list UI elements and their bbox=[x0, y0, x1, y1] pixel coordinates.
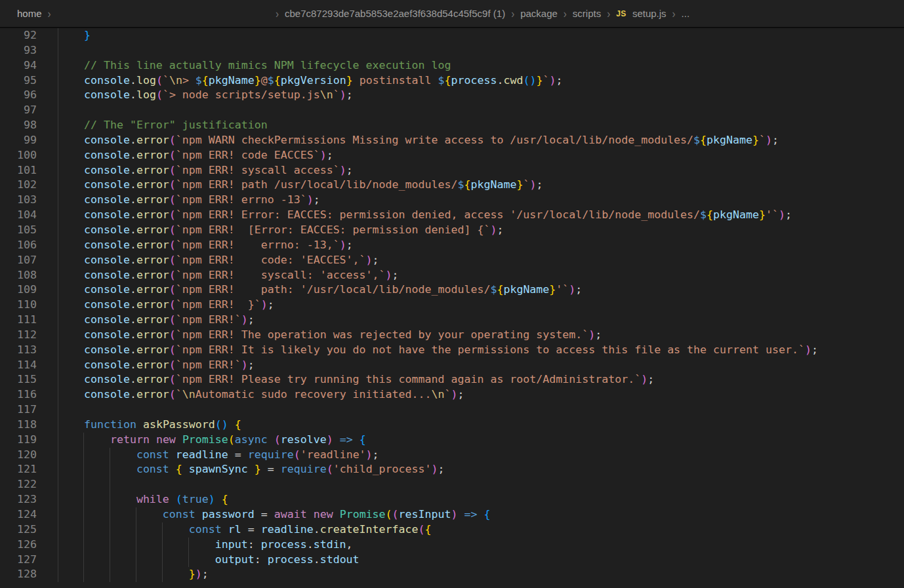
code-line[interactable]: 117 bbox=[0, 402, 904, 418]
code-line[interactable]: 116 console.error(`\nAutomatic sudo reco… bbox=[0, 387, 904, 402]
code-token bbox=[58, 269, 84, 281]
code-text: }); bbox=[58, 567, 209, 582]
code-token: ) bbox=[529, 178, 536, 191]
code-token: ( bbox=[169, 373, 176, 385]
breadcrumb-item[interactable]: scripts bbox=[573, 8, 601, 19]
code-token: . bbox=[130, 193, 136, 206]
code-token: ) bbox=[588, 328, 595, 341]
code-line[interactable]: 120 const readline = require('readline')… bbox=[0, 448, 904, 463]
code-line[interactable]: 113 console.error(`npm ERR! It is likely… bbox=[0, 343, 904, 358]
code-line[interactable]: 128 }); bbox=[0, 567, 904, 582]
code-line[interactable]: 121 const { spawnSync } = require('child… bbox=[0, 462, 904, 477]
code-token bbox=[222, 523, 228, 536]
code-text: console.log(`\n> ${pkgName}@${pkgVersion… bbox=[58, 73, 562, 88]
code-token: postinstall bbox=[353, 74, 438, 87]
code-line[interactable]: 101 console.error(`npm ERR! syscall acce… bbox=[0, 163, 904, 178]
code-token: ; bbox=[785, 208, 792, 221]
code-token: = bbox=[261, 463, 281, 475]
code-token: Promise bbox=[340, 508, 386, 520]
code-text: console.error(`npm WARN checkPermissions… bbox=[58, 133, 779, 148]
code-line[interactable]: 100 console.error(`npm ERR! code EACCES`… bbox=[0, 148, 904, 163]
line-number: 97 bbox=[0, 103, 37, 118]
code-token: } bbox=[84, 29, 91, 41]
code-line[interactable]: 104 console.error(`npm ERR! Error: EACCE… bbox=[0, 208, 904, 223]
code-line[interactable]: 111 console.error(`npm ERR!`); bbox=[0, 313, 904, 328]
code-token: ` bbox=[759, 134, 766, 146]
code-line[interactable]: 114 console.error(`npm ERR!`); bbox=[0, 358, 904, 373]
code-line[interactable]: 105 console.error(`npm ERR! [Error: EACC… bbox=[0, 223, 904, 238]
code-token bbox=[58, 448, 136, 461]
code-line[interactable]: 115 console.error(`npm ERR! Please try r… bbox=[0, 372, 904, 387]
code-line[interactable]: 123 while (true) { bbox=[0, 492, 904, 507]
code-line[interactable]: 95 console.log(`\n> ${pkgName}@${pkgVers… bbox=[0, 73, 904, 88]
code-line[interactable]: 96 console.log(`> node scripts/setup.js\… bbox=[0, 88, 904, 103]
code-text: const rl = readline.createInterface({ bbox=[58, 522, 432, 538]
code-token: ; bbox=[497, 224, 503, 236]
code-text: console.error(`npm ERR! syscall: 'access… bbox=[58, 268, 399, 283]
code-line[interactable]: 93 bbox=[0, 43, 904, 58]
code-token bbox=[458, 508, 464, 520]
code-token: ( bbox=[169, 149, 176, 161]
breadcrumb-item[interactable]: cbe7c87293de7ab5853e2aef3f638d54c45f5c9f… bbox=[285, 8, 505, 19]
code-token: \n bbox=[320, 88, 333, 101]
code-line[interactable]: 98 // The "Error" justification bbox=[0, 118, 904, 133]
code-token bbox=[58, 74, 84, 87]
code-line[interactable]: 102 console.error(`npm ERR! path /usr/lo… bbox=[0, 178, 904, 193]
breadcrumb-item[interactable]: ... bbox=[682, 8, 690, 19]
code-line[interactable]: 126 input: process.stdin, bbox=[0, 538, 904, 553]
code-token bbox=[58, 88, 84, 101]
code-token bbox=[58, 283, 84, 296]
code-token bbox=[58, 538, 215, 551]
code-line[interactable]: 97 bbox=[0, 103, 904, 118]
code-token: ( bbox=[156, 74, 163, 87]
line-number: 113 bbox=[0, 343, 37, 358]
code-token: console bbox=[84, 149, 130, 161]
code-token: // The "Error" justification bbox=[84, 119, 268, 131]
code-text: console.error(`npm ERR! syscall access`)… bbox=[58, 163, 353, 178]
code-token bbox=[169, 448, 176, 461]
code-line[interactable]: 110 console.error(`npm ERR! }`); bbox=[0, 298, 904, 313]
code-line[interactable]: 127 output: process.stdout bbox=[0, 553, 904, 568]
code-token: } bbox=[346, 74, 353, 87]
code-line[interactable]: 94 // This line actually mimics NPM life… bbox=[0, 58, 904, 73]
code-line[interactable]: 109 console.error(`npm ERR! path: '/usr/… bbox=[0, 283, 904, 298]
code-line[interactable]: 108 console.error(`npm ERR! syscall: 'ac… bbox=[0, 268, 904, 283]
code-token bbox=[307, 508, 314, 520]
code-line[interactable]: 92 } bbox=[0, 28, 904, 43]
code-token: ; bbox=[202, 568, 209, 580]
line-number: 96 bbox=[0, 88, 37, 103]
code-line[interactable]: 103 console.error(`npm ERR! errno -13`); bbox=[0, 193, 904, 208]
code-line[interactable]: 118 function askPassword() { bbox=[0, 418, 904, 433]
code-token: . bbox=[130, 239, 136, 251]
breadcrumb-item[interactable]: package bbox=[520, 8, 558, 19]
code-token bbox=[58, 134, 84, 146]
code-line[interactable]: 106 console.error(`npm ERR! errno: -13,`… bbox=[0, 238, 904, 253]
code-line[interactable]: 112 console.error(`npm ERR! The operatio… bbox=[0, 328, 904, 343]
line-number: 108 bbox=[0, 268, 37, 283]
code-line[interactable]: 125 const rl = readline.createInterface(… bbox=[0, 522, 904, 538]
indent-guide bbox=[58, 103, 58, 118]
code-token: ) bbox=[779, 208, 785, 221]
code-text: } bbox=[58, 28, 91, 43]
code-line[interactable]: 122 bbox=[0, 477, 904, 492]
chevron-right-icon: › bbox=[672, 7, 676, 20]
code-token bbox=[58, 298, 84, 311]
line-number: 98 bbox=[0, 118, 37, 133]
code-token bbox=[333, 508, 340, 520]
code-editor[interactable]: 92 }9394 // This line actually mimics NP… bbox=[0, 28, 904, 588]
code-line[interactable]: 107 console.error(`npm ERR! code: 'EACCE… bbox=[0, 253, 904, 268]
code-token: { bbox=[700, 134, 707, 146]
code-token: () bbox=[215, 418, 228, 431]
code-token: ; bbox=[346, 88, 353, 101]
code-line[interactable]: 99 console.error(`npm WARN checkPermissi… bbox=[0, 133, 904, 148]
code-token: error bbox=[136, 224, 169, 236]
code-token: // This line actually mimics NPM lifecyc… bbox=[84, 59, 451, 71]
line-number: 117 bbox=[0, 402, 37, 418]
breadcrumb-item-home[interactable]: home bbox=[17, 8, 42, 19]
code-token: ( bbox=[392, 508, 399, 520]
code-line[interactable]: 119 return new Promise(async (resolve) =… bbox=[0, 433, 904, 448]
breadcrumb-item[interactable]: setup.js bbox=[632, 8, 667, 19]
code-line[interactable]: 124 const password = await new Promise((… bbox=[0, 507, 904, 522]
code-token: ` bbox=[176, 388, 182, 401]
code-token: ; bbox=[595, 328, 602, 341]
